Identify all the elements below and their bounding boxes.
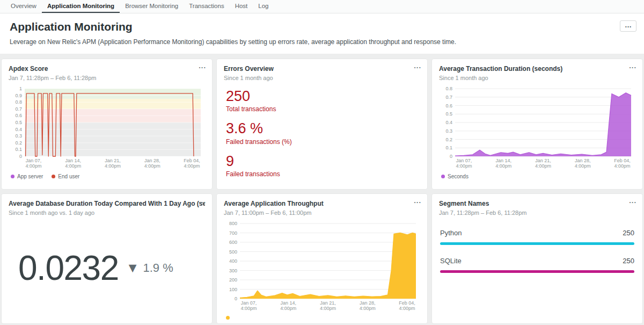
application-monitoring-page: { "colors": { "metric_red": "#b4131d", "… xyxy=(0,0,644,325)
svg-text:400: 400 xyxy=(229,258,237,264)
card-avg-application-throughput: Average Application Throughput Jan 7, 11… xyxy=(216,193,428,324)
card-subtitle: Jan 7, 11:28pm – Feb 6, 11:28pm xyxy=(9,75,205,81)
metric-total-transactions: 250 Total transactions xyxy=(226,89,420,113)
throughput-chart: 0100200300400500600700800Jan 07,4:00pmJa… xyxy=(224,220,420,315)
throughput-legend xyxy=(224,316,420,320)
metric-failed-transactions-pct: 3.6 % Failed transactions (%) xyxy=(226,121,420,145)
svg-text:Jan 28,: Jan 28, xyxy=(575,158,591,163)
duration-legend: Seconds xyxy=(439,174,635,179)
tab-application-monitoring[interactable]: Application Monitoring xyxy=(42,0,120,13)
svg-text:500: 500 xyxy=(229,249,237,254)
metric-label: Failed transactions (%) xyxy=(226,138,420,146)
svg-text:Jan 14,: Jan 14, xyxy=(280,300,296,306)
page-description: Leverage on New Relic's APM (Application… xyxy=(10,38,634,46)
legend-dot-icon xyxy=(52,175,55,178)
page-header: Application Monitoring Leverage on New R… xyxy=(0,13,644,54)
svg-text:0.6: 0.6 xyxy=(445,103,452,109)
card-title: Average Application Throughput xyxy=(224,200,420,207)
dashboard-grid: Apdex Score Jan 7, 11:28pm – Feb 6, 11:2… xyxy=(0,59,644,325)
svg-text:Jan 07,: Jan 07, xyxy=(26,158,42,163)
svg-text:200: 200 xyxy=(229,277,237,283)
segments-list: Python 250 SQLite 250 xyxy=(439,229,635,273)
svg-text:Jan 21,: Jan 21, xyxy=(535,158,551,163)
tab-log[interactable]: Log xyxy=(253,0,274,13)
svg-text:Jan 14,: Jan 14, xyxy=(65,158,81,163)
svg-text:Jan 21,: Jan 21, xyxy=(320,300,336,306)
svg-text:0: 0 xyxy=(450,154,452,159)
svg-text:4:00pm: 4:00pm xyxy=(535,163,551,169)
svg-text:4:00pm: 4:00pm xyxy=(65,163,81,169)
card-title: Errors Overview xyxy=(224,65,420,73)
tab-overview[interactable]: Overview xyxy=(5,0,42,13)
svg-text:4:00pm: 4:00pm xyxy=(25,163,41,169)
svg-text:0.8: 0.8 xyxy=(15,99,22,105)
svg-text:4:00pm: 4:00pm xyxy=(320,306,336,311)
transaction-duration-chart: 00.10.20.30.40.50.60.70.8Jan 07,4:00pmJa… xyxy=(439,85,635,172)
svg-text:4:00pm: 4:00pm xyxy=(399,306,415,311)
svg-text:4:00pm: 4:00pm xyxy=(456,163,472,169)
svg-text:Jan 07,: Jan 07, xyxy=(456,158,472,163)
svg-text:0.7: 0.7 xyxy=(445,95,452,100)
page-title: Application Monitoring xyxy=(10,20,634,33)
card-title: Average Transaction Duration (seconds) xyxy=(439,65,635,73)
metric-value: 9 xyxy=(226,154,420,169)
trend-down-icon: ▼ xyxy=(126,260,140,276)
card-subtitle: Since 1 month ago vs. 1 day ago xyxy=(9,210,205,216)
svg-text:4:00pm: 4:00pm xyxy=(575,163,591,169)
card-menu-icon[interactable]: ... xyxy=(414,62,421,70)
svg-text:Feb 04,: Feb 04, xyxy=(614,158,631,163)
svg-text:Jan 14,: Jan 14, xyxy=(495,158,511,163)
card-menu-icon[interactable]: ... xyxy=(199,197,206,205)
svg-text:1: 1 xyxy=(19,86,22,91)
svg-text:0.7: 0.7 xyxy=(15,106,22,112)
page-menu-button[interactable]: … xyxy=(620,20,636,32)
svg-text:Feb 04,: Feb 04, xyxy=(184,158,200,163)
svg-text:4:00pm: 4:00pm xyxy=(240,306,257,311)
tab-browser-monitoring[interactable]: Browser Monitoring xyxy=(120,0,184,13)
svg-text:4:00pm: 4:00pm xyxy=(105,163,121,169)
svg-text:Jan 21,: Jan 21, xyxy=(105,158,121,163)
svg-text:Jan 28,: Jan 28, xyxy=(144,158,160,163)
legend-dot-icon xyxy=(441,175,445,178)
svg-text:0: 0 xyxy=(19,154,22,159)
svg-text:Jan 07,: Jan 07, xyxy=(241,300,257,306)
tab-host[interactable]: Host xyxy=(230,0,253,13)
card-avg-transaction-duration: Average Transaction Duration (seconds) S… xyxy=(431,59,643,190)
legend-item[interactable]: Seconds xyxy=(441,174,469,179)
database-duration-value: 0.0232 xyxy=(18,248,119,288)
segment-row-sqlite: SQLite 250 xyxy=(440,257,634,273)
metric-failed-transactions: 9 Failed transactions xyxy=(226,154,420,178)
legend-label: App server xyxy=(17,174,43,179)
segment-value: 250 xyxy=(623,257,634,265)
svg-text:Jan 28,: Jan 28, xyxy=(360,300,376,306)
card-title: Segment Names xyxy=(439,200,635,207)
svg-text:100: 100 xyxy=(229,286,237,292)
apdex-chart: 00.10.20.30.40.50.60.70.80.91Jan 07,4:00… xyxy=(9,85,205,172)
svg-text:4:00pm: 4:00pm xyxy=(495,163,511,169)
apdex-legend: App serverEnd user xyxy=(9,174,205,179)
svg-text:700: 700 xyxy=(229,230,237,235)
legend-item[interactable] xyxy=(226,316,230,320)
metric-value: 3.6 % xyxy=(226,121,420,136)
card-errors-overview: Errors Overview Since 1 month ago ... 25… xyxy=(216,59,428,190)
metric-label: Failed transactions xyxy=(226,170,420,178)
segment-label: Python xyxy=(440,229,462,237)
tab-transactions[interactable]: Transactions xyxy=(184,0,229,13)
legend-label: Seconds xyxy=(448,174,469,179)
svg-text:0.9: 0.9 xyxy=(15,93,22,98)
legend-item[interactable]: App server xyxy=(11,174,43,179)
card-menu-icon[interactable]: ... xyxy=(629,62,636,70)
card-subtitle: Since 1 month ago xyxy=(439,75,635,81)
segment-bar xyxy=(440,270,634,273)
legend-item[interactable]: End user xyxy=(52,174,79,179)
card-menu-icon[interactable]: ... xyxy=(629,197,636,205)
svg-text:0.1: 0.1 xyxy=(15,147,22,152)
svg-text:0.5: 0.5 xyxy=(445,111,452,117)
metric-value: 250 xyxy=(226,89,420,104)
card-menu-icon[interactable]: ... xyxy=(199,62,206,70)
legend-label: End user xyxy=(58,174,79,179)
card-menu-icon[interactable]: ... xyxy=(414,197,421,205)
svg-text:0.1: 0.1 xyxy=(445,145,452,150)
svg-text:4:00pm: 4:00pm xyxy=(280,306,296,311)
svg-text:0.3: 0.3 xyxy=(15,133,22,139)
